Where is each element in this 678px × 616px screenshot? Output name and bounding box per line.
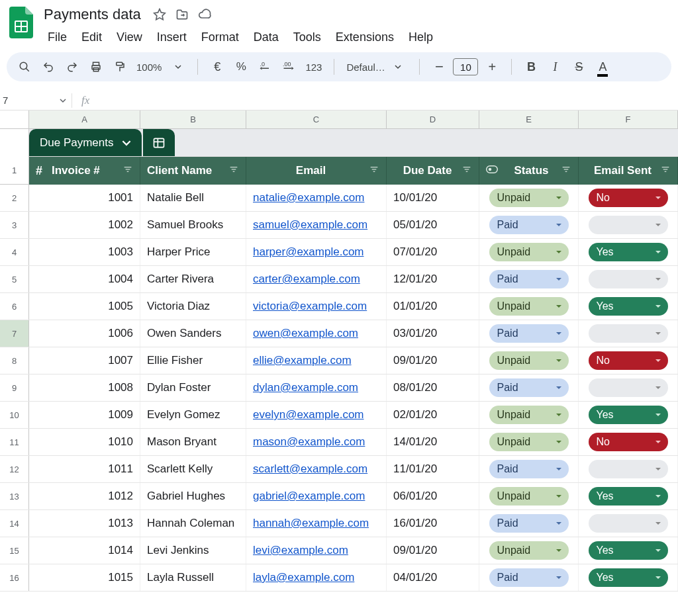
cell-due[interactable]: 03/01/20 <box>387 320 479 347</box>
cell-due[interactable]: 10/01/20 <box>387 185 479 211</box>
cell-invoice[interactable]: 1010 <box>29 429 140 455</box>
cell-client[interactable]: Natalie Bell <box>140 185 246 211</box>
menu-data[interactable]: Data <box>247 26 285 48</box>
status-chip[interactable]: Unpaid <box>489 541 569 560</box>
email-sent-chip[interactable] <box>589 324 668 343</box>
cell-sent[interactable]: Yes <box>579 293 678 320</box>
col-header-letter[interactable]: D <box>387 110 479 128</box>
menu-tools[interactable]: Tools <box>287 26 328 48</box>
cell-sent[interactable] <box>579 320 678 347</box>
cell-email[interactable]: hannah@example.com <box>246 510 387 537</box>
sheets-logo-icon[interactable] <box>8 5 34 40</box>
filter-icon[interactable] <box>122 164 133 178</box>
email-sent-chip[interactable] <box>589 216 668 234</box>
col-header-client[interactable]: Client Name <box>140 157 246 185</box>
email-sent-chip[interactable]: Yes <box>589 406 668 424</box>
search-icon[interactable] <box>15 57 34 77</box>
col-header-email[interactable]: Email <box>246 157 387 185</box>
row-number[interactable]: 1 <box>0 157 29 185</box>
currency-button[interactable]: € <box>207 57 227 77</box>
percent-button[interactable]: % <box>231 57 251 77</box>
cell-status[interactable]: Paid <box>479 212 579 238</box>
status-chip[interactable]: Paid <box>489 324 569 343</box>
undo-button[interactable] <box>38 57 58 77</box>
status-chip[interactable]: Unpaid <box>489 351 569 370</box>
cell-client[interactable]: Mason Bryant <box>140 429 246 455</box>
cell-sent[interactable]: No <box>579 347 678 374</box>
decrease-font-size-button[interactable]: − <box>429 57 449 77</box>
cell-client[interactable]: Dylan Foster <box>140 374 246 401</box>
name-box[interactable]: 7 <box>0 95 72 106</box>
cell-invoice[interactable]: 1011 <box>29 456 140 482</box>
cell-due[interactable]: 09/01/20 <box>387 537 479 564</box>
cell-sent[interactable]: Yes <box>579 483 678 509</box>
cell-email[interactable]: levi@example.com <box>246 537 387 564</box>
status-chip[interactable]: Paid <box>489 378 569 397</box>
cell-status[interactable]: Unpaid <box>479 537 579 564</box>
chevron-down-icon[interactable] <box>168 57 188 77</box>
email-sent-chip[interactable]: Yes <box>589 243 668 261</box>
email-sent-chip[interactable]: Yes <box>589 487 668 506</box>
font-dropdown[interactable]: Defaul… <box>344 62 410 73</box>
status-chip[interactable]: Unpaid <box>489 487 569 506</box>
cell-invoice[interactable]: 1006 <box>29 320 140 347</box>
cell-status[interactable]: Unpaid <box>479 429 579 455</box>
row-number[interactable]: 7 <box>0 320 29 347</box>
increase-font-size-button[interactable]: + <box>482 57 502 77</box>
status-chip[interactable]: Unpaid <box>489 189 569 207</box>
cell-client[interactable]: Levi Jenkins <box>140 537 246 564</box>
cell-email[interactable]: evelyn@example.com <box>246 402 387 428</box>
email-sent-chip[interactable] <box>589 514 668 533</box>
cell-invoice[interactable]: 1001 <box>29 185 140 211</box>
cell-due[interactable]: 11/01/20 <box>387 456 479 482</box>
more-formats-button[interactable]: 123 <box>303 62 324 73</box>
row-number[interactable]: 2 <box>0 185 29 211</box>
cell-email[interactable]: gabriel@example.com <box>246 483 387 509</box>
cell-invoice[interactable]: 1007 <box>29 347 140 374</box>
cell-client[interactable]: Evelyn Gomez <box>140 402 246 428</box>
cell-sent[interactable]: Yes <box>579 564 678 591</box>
status-chip[interactable]: Paid <box>489 514 569 533</box>
star-icon[interactable] <box>153 8 166 21</box>
cell-status[interactable]: Unpaid <box>479 239 579 265</box>
cell-invoice[interactable]: 1015 <box>29 564 140 591</box>
cell-client[interactable]: Samuel Brooks <box>140 212 246 238</box>
row-number[interactable]: 3 <box>0 212 29 238</box>
cell-status[interactable]: Unpaid <box>479 185 579 211</box>
row-number[interactable]: 5 <box>0 266 29 292</box>
row-number[interactable]: 9 <box>0 374 29 401</box>
redo-button[interactable] <box>62 57 82 77</box>
menu-edit[interactable]: Edit <box>75 26 109 48</box>
col-header-sent[interactable]: Email Sent <box>579 157 678 185</box>
table-menu-button[interactable] <box>143 129 175 156</box>
cell-status[interactable]: Paid <box>479 266 579 292</box>
status-chip[interactable]: Paid <box>489 270 569 288</box>
text-color-button[interactable]: A <box>593 57 612 77</box>
paint-format-button[interactable] <box>110 57 130 77</box>
email-sent-chip[interactable]: Yes <box>589 568 668 587</box>
font-size-input[interactable]: 10 <box>453 58 478 75</box>
status-chip[interactable]: Unpaid <box>489 433 569 451</box>
cell-sent[interactable] <box>579 510 678 537</box>
cell-status[interactable]: Unpaid <box>479 347 579 374</box>
cell-status[interactable]: Paid <box>479 320 579 347</box>
decrease-decimal-button[interactable]: .0 <box>255 57 275 77</box>
col-header-letter[interactable]: A <box>29 110 140 128</box>
email-sent-chip[interactable]: No <box>589 351 668 370</box>
cell-email[interactable]: victoria@example.com <box>246 293 387 320</box>
cell-email[interactable]: layla@example.com <box>246 564 387 591</box>
cell-due[interactable]: 07/01/20 <box>387 239 479 265</box>
row-number[interactable]: 16 <box>0 564 29 591</box>
cell-due[interactable]: 16/01/20 <box>387 510 479 537</box>
table-tab[interactable]: Due Payments <box>29 129 142 156</box>
cell-invoice[interactable]: 1002 <box>29 212 140 238</box>
col-header-due[interactable]: Due Date <box>387 157 479 185</box>
menu-insert[interactable]: Insert <box>150 26 193 48</box>
email-sent-chip[interactable]: No <box>589 189 668 207</box>
cell-invoice[interactable]: 1012 <box>29 483 140 509</box>
cell-invoice[interactable]: 1005 <box>29 293 140 320</box>
cell-email[interactable]: samuel@example.com <box>246 212 387 238</box>
row-number[interactable]: 10 <box>0 402 29 428</box>
row-number[interactable]: 13 <box>0 483 29 509</box>
cell-status[interactable]: Paid <box>479 456 579 482</box>
